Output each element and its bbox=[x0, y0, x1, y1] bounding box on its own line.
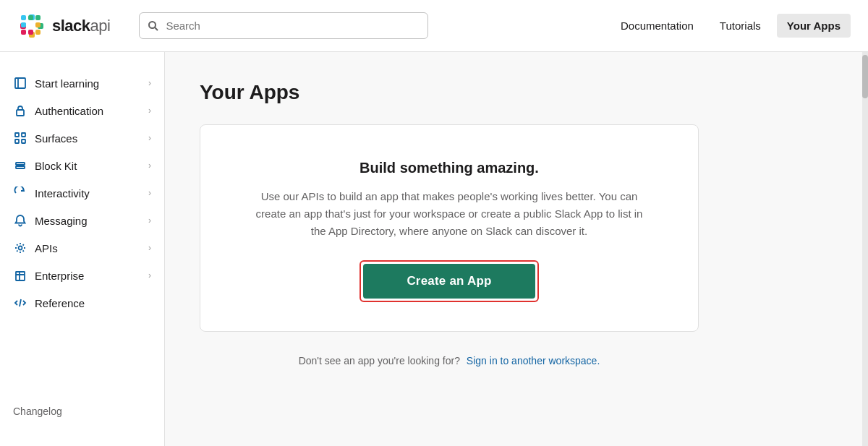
building-icon bbox=[13, 268, 27, 283]
sidebar-label-messaging: Messaging bbox=[35, 215, 88, 227]
logo-text: slackapi bbox=[52, 17, 110, 35]
sidebar-item-interactivity[interactable]: Interactivity › bbox=[0, 179, 164, 207]
sidebar-item-apis[interactable]: APIs › bbox=[0, 234, 164, 262]
svg-rect-6 bbox=[21, 15, 26, 20]
svg-rect-11 bbox=[35, 22, 41, 27]
svg-rect-17 bbox=[17, 110, 24, 116]
sidebar-changelog[interactable]: Changelog bbox=[0, 394, 164, 429]
sidebar-label-reference: Reference bbox=[35, 297, 85, 309]
main-content: Your Apps Build something amazing. Use o… bbox=[165, 52, 868, 446]
sidebar-item-authentication[interactable]: Authentication › bbox=[0, 97, 164, 124]
chevron-right-icon: › bbox=[148, 160, 151, 171]
sidebar: Start learning › Authentication › Surfac… bbox=[0, 52, 165, 446]
header-nav: Documentation Tutorials Your Apps bbox=[610, 14, 851, 38]
chevron-right-icon: › bbox=[148, 78, 151, 88]
apps-card: Build something amazing. Use our APIs to… bbox=[200, 124, 699, 332]
sidebar-item-start-learning[interactable]: Start learning › bbox=[0, 69, 164, 97]
bell-icon bbox=[13, 213, 27, 228]
svg-line-26 bbox=[20, 299, 21, 306]
svg-rect-25 bbox=[16, 272, 25, 280]
header: slackapi Documentation Tutorials Your Ap… bbox=[0, 0, 868, 52]
sidebar-label-apis: APIs bbox=[35, 242, 58, 254]
sidebar-item-surfaces[interactable]: Surfaces › bbox=[0, 124, 164, 152]
svg-rect-15 bbox=[15, 78, 25, 88]
sidebar-label-enterprise: Enterprise bbox=[35, 270, 84, 282]
grid-icon bbox=[13, 131, 27, 145]
book-icon bbox=[13, 76, 27, 90]
footer-note-text: Don't see an app you're looking for? bbox=[299, 355, 460, 366]
svg-rect-4 bbox=[27, 22, 36, 30]
search-input[interactable] bbox=[139, 12, 428, 39]
svg-point-24 bbox=[19, 246, 22, 250]
chevron-right-icon: › bbox=[148, 188, 151, 198]
sidebar-label-authentication: Authentication bbox=[35, 105, 103, 117]
search-container bbox=[139, 12, 428, 39]
svg-rect-22 bbox=[16, 163, 25, 165]
sidebar-item-reference[interactable]: Reference bbox=[0, 289, 164, 317]
gear-icon bbox=[13, 241, 27, 255]
layout: Start learning › Authentication › Surfac… bbox=[0, 52, 868, 446]
card-description: Use our APIs to build an app that makes … bbox=[254, 188, 644, 240]
svg-rect-19 bbox=[22, 133, 25, 137]
layers-icon bbox=[13, 158, 27, 173]
sidebar-label-surfaces: Surfaces bbox=[35, 132, 77, 145]
svg-rect-5 bbox=[21, 22, 26, 27]
sidebar-label-interactivity: Interactivity bbox=[35, 187, 90, 200]
logo[interactable]: slackapi bbox=[17, 12, 110, 40]
svg-rect-8 bbox=[35, 15, 41, 20]
chevron-right-icon: › bbox=[148, 133, 151, 143]
chevron-right-icon: › bbox=[148, 106, 151, 116]
svg-point-13 bbox=[149, 22, 156, 28]
svg-rect-20 bbox=[15, 140, 19, 143]
nav-tutorials[interactable]: Tutorials bbox=[710, 14, 771, 38]
scrollbar[interactable] bbox=[862, 52, 868, 446]
svg-rect-7 bbox=[28, 15, 33, 20]
code-icon bbox=[13, 296, 27, 310]
scrollbar-thumb[interactable] bbox=[862, 55, 868, 98]
sidebar-label-start-learning: Start learning bbox=[35, 77, 99, 90]
slack-logo-icon bbox=[17, 12, 46, 40]
create-button-wrapper: Create an App bbox=[359, 260, 538, 302]
svg-line-14 bbox=[155, 27, 158, 30]
card-heading: Build something amazing. bbox=[229, 160, 669, 176]
search-icon bbox=[148, 20, 159, 32]
nav-documentation[interactable]: Documentation bbox=[610, 14, 704, 38]
page-title: Your Apps bbox=[200, 81, 833, 104]
svg-rect-23 bbox=[16, 166, 25, 168]
sidebar-item-enterprise[interactable]: Enterprise › bbox=[0, 262, 164, 289]
sidebar-item-block-kit[interactable]: Block Kit › bbox=[0, 152, 164, 179]
refresh-icon bbox=[13, 186, 27, 200]
svg-rect-18 bbox=[15, 133, 19, 137]
chevron-right-icon: › bbox=[148, 270, 151, 280]
footer-note: Don't see an app you're looking for? Sig… bbox=[200, 355, 699, 366]
sidebar-item-messaging[interactable]: Messaging › bbox=[0, 207, 164, 234]
chevron-right-icon: › bbox=[148, 243, 151, 253]
svg-rect-9 bbox=[21, 30, 26, 35]
sign-in-link[interactable]: Sign in to another workspace. bbox=[467, 355, 600, 366]
create-app-button[interactable]: Create an App bbox=[363, 264, 535, 299]
svg-rect-12 bbox=[35, 30, 41, 35]
nav-your-apps[interactable]: Your Apps bbox=[777, 14, 851, 38]
svg-rect-21 bbox=[22, 140, 25, 143]
sidebar-label-block-kit: Block Kit bbox=[35, 160, 77, 172]
lock-icon bbox=[13, 103, 27, 118]
chevron-right-icon: › bbox=[148, 215, 151, 226]
svg-rect-10 bbox=[28, 30, 33, 35]
